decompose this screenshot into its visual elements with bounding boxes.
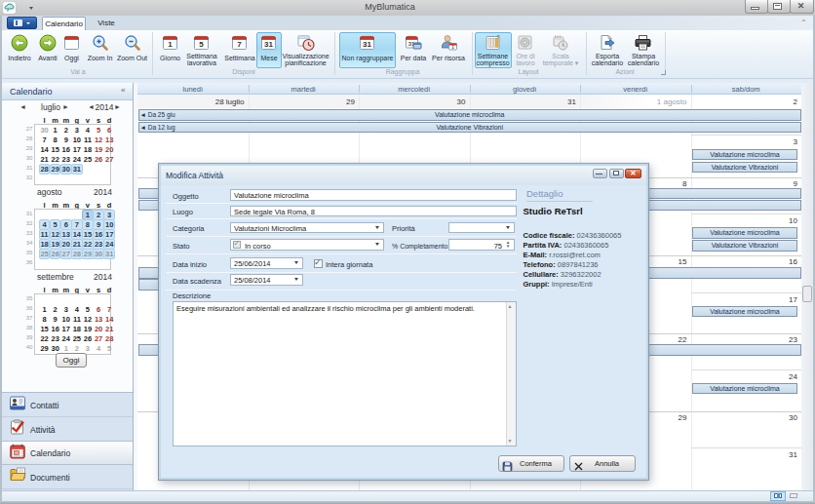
svg-text:31: 31 — [363, 40, 371, 49]
svg-text:5: 5 — [199, 40, 204, 49]
svg-text:1: 1 — [168, 40, 173, 49]
svg-text:7: 7 — [237, 40, 242, 49]
svg-text:31: 31 — [264, 40, 273, 49]
